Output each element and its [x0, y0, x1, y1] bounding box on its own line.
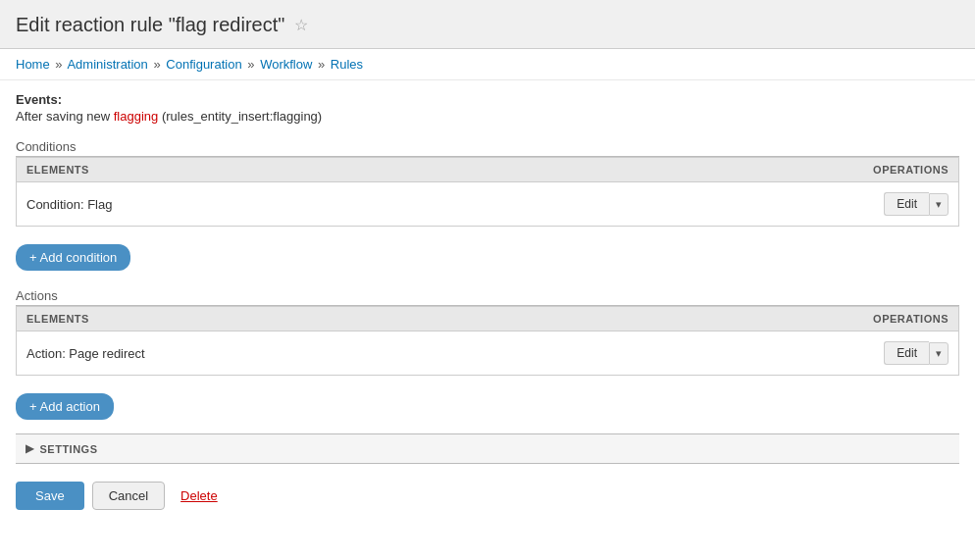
events-suffix: (rules_entity_insert:flagging) — [158, 109, 322, 124]
breadcrumb-rules[interactable]: Rules — [331, 57, 363, 72]
conditions-table: ELEMENTS OPERATIONS Condition: Flag Edit… — [16, 157, 959, 227]
action-edit-button[interactable]: Edit — [884, 341, 929, 365]
breadcrumb-administration[interactable]: Administration — [67, 57, 147, 72]
add-action-button[interactable]: + Add action — [16, 393, 114, 420]
breadcrumb-configuration[interactable]: Configuration — [166, 57, 241, 72]
action-dropdown-button[interactable]: ▾ — [929, 342, 949, 365]
condition-edit-button[interactable]: Edit — [884, 192, 929, 216]
actions-title: Actions — [16, 284, 959, 306]
page-title: Edit reaction rule "flag redirect" — [16, 14, 284, 36]
footer-buttons: Save Cancel Delete — [16, 478, 959, 510]
actions-elements-header: ELEMENTS — [26, 313, 89, 325]
settings-section: ▶ SETTINGS — [16, 433, 959, 464]
actions-table: ELEMENTS OPERATIONS Action: Page redirec… — [16, 306, 959, 376]
breadcrumb-home[interactable]: Home — [16, 57, 50, 72]
add-condition-button[interactable]: + Add condition — [16, 244, 130, 271]
action-element: Action: Page redirect — [26, 346, 145, 361]
settings-header[interactable]: ▶ SETTINGS — [16, 434, 959, 463]
events-highlight: flagging — [114, 109, 159, 124]
action-operations: Edit ▾ — [884, 341, 949, 365]
main-content: Events: After saving new flagging (rules… — [0, 80, 975, 522]
breadcrumb-workflow[interactable]: Workflow — [260, 57, 312, 72]
condition-element: Condition: Flag — [26, 197, 112, 212]
breadcrumb: Home » Administration » Configuration » … — [0, 49, 975, 80]
page-header: Edit reaction rule "flag redirect" ☆ — [0, 0, 975, 49]
conditions-table-header: ELEMENTS OPERATIONS — [17, 158, 958, 182]
condition-dropdown-button[interactable]: ▾ — [929, 193, 949, 216]
settings-label: SETTINGS — [40, 443, 98, 455]
conditions-operations-header: OPERATIONS — [873, 164, 949, 176]
delete-button[interactable]: Delete — [173, 483, 226, 509]
save-button[interactable]: Save — [16, 482, 84, 510]
settings-triangle-icon: ▶ — [26, 442, 34, 455]
condition-operations: Edit ▾ — [884, 192, 949, 216]
star-icon[interactable]: ☆ — [294, 16, 308, 34]
conditions-title: Conditions — [16, 135, 959, 157]
events-section: Events: After saving new flagging (rules… — [16, 92, 959, 124]
events-value: After saving new flagging (rules_entity_… — [16, 109, 959, 124]
events-label: Events: — [16, 92, 959, 107]
table-row: Condition: Flag Edit ▾ — [17, 182, 958, 226]
conditions-elements-header: ELEMENTS — [26, 164, 89, 176]
cancel-button[interactable]: Cancel — [92, 482, 165, 510]
events-prefix: After saving new — [16, 109, 114, 124]
actions-operations-header: OPERATIONS — [873, 313, 949, 325]
table-row: Action: Page redirect Edit ▾ — [17, 331, 958, 375]
actions-table-header: ELEMENTS OPERATIONS — [17, 307, 958, 331]
